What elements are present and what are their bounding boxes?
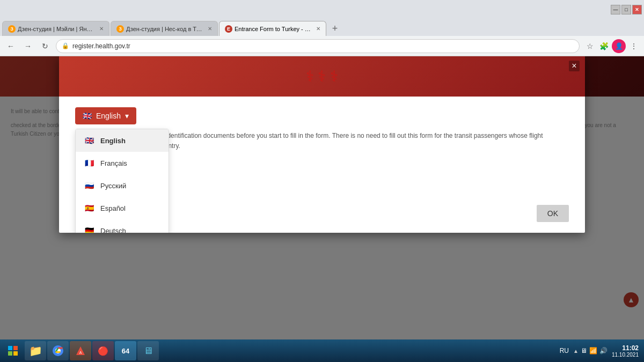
flag-ru: 🇷🇺 [83, 180, 95, 191]
tab-1-close-icon[interactable]: ✕ [99, 26, 104, 32]
tray-signal-icon: 📶 [589, 347, 597, 354]
url-bar[interactable]: 🔒 register.health.gov.tr [56, 39, 580, 53]
flag-fr: 🇫🇷 [83, 157, 95, 169]
tab-3-label: Entrance Form to Turkey - Sağlık Ba [235, 26, 312, 32]
taskbar: 📁 A 🔴 64 🖥 RU ▲ 🖥 📶 🔊 11:02 11.10.2021 [0, 339, 644, 362]
taskbar-64-button[interactable]: 64 [115, 341, 136, 360]
modal-header-image: ⚕ ⚕ ⚕ × [59, 56, 585, 97]
flag-de: 🇩🇪 [83, 225, 95, 233]
lang-option-ru[interactable]: 🇷🇺 Русский [76, 174, 169, 197]
taskbar-files-button[interactable]: 📁 [25, 341, 46, 360]
reload-button[interactable]: ↻ [39, 40, 52, 53]
language-selector-button[interactable]: 🇬🇧 English ▾ [75, 107, 136, 124]
flag-en: 🇬🇧 [83, 135, 95, 146]
tab-2-label: Дзен-студия | Нес-код в Турции-ка [126, 26, 203, 32]
browser-actions: ☆ 🧩 👤 ⋮ [584, 39, 640, 53]
taskbar-lang-label: RU [560, 347, 569, 354]
flag-es: 🇪🇸 [83, 202, 95, 214]
url-text: register.health.gov.tr [72, 42, 130, 50]
svg-rect-2 [8, 351, 12, 356]
start-button[interactable] [2, 341, 24, 360]
lang-label-es: Español [100, 204, 126, 212]
dropdown-arrow-icon: ▾ [125, 112, 129, 120]
close-button[interactable]: ✕ [632, 5, 642, 14]
lang-label-de: Deutsch [100, 227, 126, 233]
bookmark-star-icon[interactable]: ☆ [584, 40, 596, 52]
lang-option-fr[interactable]: 🇫🇷 Français [76, 152, 169, 174]
taskbar-chrome-button[interactable] [47, 341, 69, 360]
lang-button-label: English [96, 112, 121, 120]
tab-1-label: Дзен-студия | Мэйли | Яндекс Дзен [18, 26, 95, 32]
window-controls: — □ ✕ [611, 5, 642, 14]
tab-2[interactable]: З Дзен-студия | Нес-код в Турции-ка ✕ [111, 21, 218, 36]
maximize-button[interactable]: □ [621, 5, 631, 14]
svg-text:A: A [79, 351, 82, 354]
modal-body: 🇬🇧 English ▾ 🇬🇧 English 🇫🇷 Français [59, 97, 585, 233]
back-button[interactable]: ← [4, 40, 17, 53]
modal-dialog: ⚕ ⚕ ⚕ × 🇬🇧 English ▾ 🇬🇧 English [59, 56, 585, 233]
taskbar-clock: 11:02 11.10.2021 [612, 344, 639, 358]
svg-rect-3 [13, 351, 18, 356]
taskbar-unknown-button[interactable]: 🔴 [92, 341, 114, 360]
taskbar-acrobat-button[interactable]: A [70, 341, 91, 360]
lang-label-en: English [100, 137, 126, 145]
tab-2-close-icon[interactable]: ✕ [208, 26, 212, 32]
menu-icon[interactable]: ⋮ [628, 40, 640, 52]
svg-rect-1 [13, 346, 18, 350]
lang-label-fr: Français [100, 159, 127, 167]
tray-volume-icon: 🔊 [599, 347, 608, 354]
tray-arrow-icon[interactable]: ▲ [573, 348, 579, 354]
extensions-icon[interactable]: 🧩 [598, 40, 610, 52]
taskbar-folder2-button[interactable]: 🖥 [137, 341, 159, 360]
modal-overlay: ⚕ ⚕ ⚕ × 🇬🇧 English ▾ 🇬🇧 English [0, 56, 644, 339]
new-tab-button[interactable]: + [327, 21, 342, 36]
page-content: It will be able to contact with you you … [0, 56, 644, 339]
profile-icon[interactable]: 👤 [612, 39, 626, 53]
tab-bar: З Дзен-студия | Мэйли | Яндекс Дзен ✕ З … [0, 19, 644, 36]
ok-button[interactable]: OK [537, 205, 569, 222]
taskbar-time-display: 11:02 [612, 344, 639, 352]
tab-3-favicon: E [225, 25, 232, 33]
system-tray: ▲ 🖥 📶 🔊 [573, 347, 608, 354]
lang-label-ru: Русский [100, 182, 126, 190]
tab-1-favicon: З [8, 25, 16, 33]
tab-1[interactable]: З Дзен-студия | Мэйли | Яндекс Дзен ✕ [2, 21, 109, 36]
taskbar-date-display: 11.10.2021 [612, 352, 639, 358]
browser-chrome: — □ ✕ З Дзен-студия | Мэйли | Яндекс Дзе… [0, 0, 644, 56]
tab-3-close-icon[interactable]: ✕ [316, 26, 320, 32]
lang-option-en[interactable]: 🇬🇧 English [76, 129, 169, 152]
taskbar-right: RU ▲ 🖥 📶 🔊 11:02 11.10.2021 [560, 344, 642, 358]
forward-button[interactable]: → [21, 40, 34, 53]
language-dropdown: 🇬🇧 English 🇫🇷 Français 🇷🇺 Русский 🇪🇸 Esp… [75, 129, 169, 233]
title-bar: — □ ✕ [0, 0, 644, 19]
modal-close-button[interactable]: × [569, 61, 580, 71]
tray-desktop-icon: 🖥 [581, 347, 587, 354]
address-bar: ← → ↻ 🔒 register.health.gov.tr ☆ 🧩 👤 ⋮ [0, 36, 644, 56]
tab-3[interactable]: E Entrance Form to Turkey - Sağlık Ba ✕ [219, 21, 326, 36]
svg-rect-0 [8, 346, 12, 350]
lang-flag-icon: 🇬🇧 [83, 112, 92, 120]
minimize-button[interactable]: — [611, 5, 620, 14]
lang-option-de[interactable]: 🇩🇪 Deutsch [76, 219, 169, 233]
lock-icon: 🔒 [62, 42, 69, 49]
lang-option-es[interactable]: 🇪🇸 Español [76, 197, 169, 219]
tab-2-favicon: З [116, 25, 124, 33]
